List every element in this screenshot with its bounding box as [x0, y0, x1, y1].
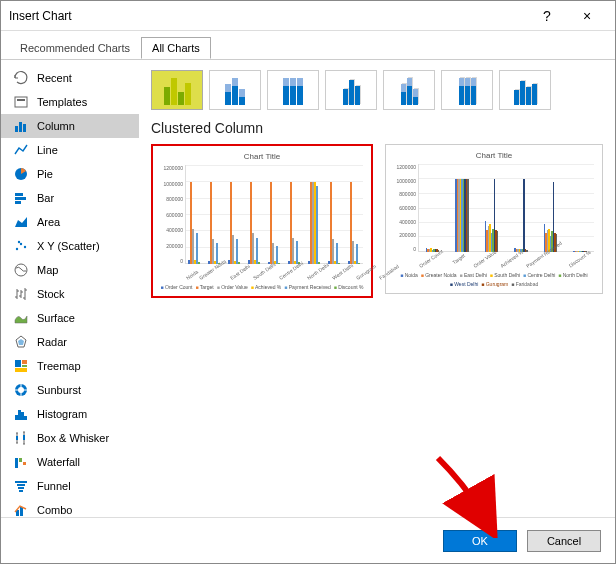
cancel-button[interactable]: Cancel: [527, 530, 601, 552]
svg-rect-28: [23, 462, 26, 465]
svg-rect-4: [23, 124, 26, 132]
sidebar-item-label: Treemap: [37, 360, 81, 372]
svg-rect-1: [17, 99, 25, 101]
sidebar-item-label: Column: [37, 120, 75, 132]
templates-icon: [13, 94, 29, 110]
sidebar-item-histogram[interactable]: Histogram: [1, 402, 139, 426]
sidebar-item-recent[interactable]: Recent: [1, 66, 139, 90]
svg-rect-31: [18, 487, 24, 489]
subtype-100-stacked-column[interactable]: [267, 70, 319, 110]
waterfall-icon: [13, 454, 29, 470]
sidebar-item-pie[interactable]: Pie: [1, 162, 139, 186]
subtype-clustered-column[interactable]: [151, 70, 203, 110]
sidebar-item-stock[interactable]: Stock: [1, 282, 139, 306]
sidebar-item-label: Box & Whisker: [37, 432, 109, 444]
subtype-3d-column[interactable]: [499, 70, 551, 110]
svg-rect-29: [15, 481, 27, 483]
scatter-icon: [13, 238, 29, 254]
svg-rect-7: [15, 197, 26, 200]
sidebar-item-boxwhisker[interactable]: Box & Whisker: [1, 426, 139, 450]
svg-rect-25: [23, 435, 25, 440]
recent-icon: [13, 70, 29, 86]
sidebar-item-map[interactable]: Map: [1, 258, 139, 282]
sidebar-item-waterfall[interactable]: Waterfall: [1, 450, 139, 474]
sidebar-item-templates[interactable]: Templates: [1, 90, 139, 114]
y-ticks: 120000010000008000006000004000002000000: [157, 165, 183, 264]
column-icon: [13, 118, 29, 134]
sidebar-item-label: Stock: [37, 288, 65, 300]
combo-icon: [13, 502, 29, 517]
svg-rect-21: [18, 410, 21, 420]
tab-strip: Recommended Charts All Charts: [1, 31, 615, 59]
area-icon: [13, 214, 29, 230]
help-button[interactable]: ?: [527, 8, 567, 24]
sidebar-item-area[interactable]: Area: [1, 210, 139, 234]
subtype-heading: Clustered Column: [151, 120, 603, 136]
sidebar-item-treemap[interactable]: Treemap: [1, 354, 139, 378]
stock-icon: [13, 286, 29, 302]
insert-chart-dialog: Insert Chart ? × Recommended Charts All …: [0, 0, 616, 564]
treemap-icon: [13, 358, 29, 374]
sidebar-item-surface[interactable]: Surface: [1, 306, 139, 330]
svg-point-11: [24, 246, 26, 248]
sidebar-item-label: X Y (Scatter): [37, 240, 100, 252]
sidebar-item-bar[interactable]: Bar: [1, 186, 139, 210]
svg-rect-2: [15, 126, 18, 132]
sidebar-item-label: Recent: [37, 72, 72, 84]
sidebar-item-line[interactable]: Line: [1, 138, 139, 162]
sidebar-item-label: Area: [37, 216, 60, 228]
preview-legend: Order CountTargetOrder ValueAchieved %Pa…: [161, 284, 364, 290]
subtype-3d-100-stacked-column[interactable]: [441, 70, 493, 110]
sidebar-item-column[interactable]: Column: [1, 114, 139, 138]
chart-type-sidebar: Recent Templates Column Line Pie Bar Are…: [1, 60, 139, 517]
subtype-stacked-column[interactable]: [209, 70, 261, 110]
title-bar: Insert Chart ? ×: [1, 1, 615, 31]
svg-point-13: [15, 264, 27, 276]
previews: Chart Title 1200000100000080000060000040…: [151, 144, 603, 298]
subtype-row: [151, 70, 603, 110]
svg-rect-24: [16, 436, 18, 440]
svg-rect-34: [20, 507, 23, 516]
sidebar-item-label: Sunburst: [37, 384, 81, 396]
surface-icon: [13, 310, 29, 326]
svg-point-12: [18, 241, 20, 243]
sidebar-item-sunburst[interactable]: Sunburst: [1, 378, 139, 402]
box-whisker-icon: [13, 430, 29, 446]
histogram-icon: [13, 406, 29, 422]
svg-rect-30: [17, 484, 25, 486]
sidebar-item-label: Radar: [37, 336, 67, 348]
sidebar-item-funnel[interactable]: Funnel: [1, 474, 139, 498]
footer: OK Cancel: [1, 517, 615, 563]
bar-icon: [13, 190, 29, 206]
sidebar-item-label: Combo: [37, 504, 72, 516]
line-icon: [13, 142, 29, 158]
close-button[interactable]: ×: [567, 8, 607, 24]
svg-rect-17: [15, 368, 27, 372]
tab-all-charts[interactable]: All Charts: [141, 37, 211, 59]
preview-2[interactable]: Chart Title 1200000100000080000060000040…: [385, 144, 603, 294]
subtype-3d-stacked-column[interactable]: [383, 70, 435, 110]
svg-rect-20: [15, 415, 18, 420]
preview-1[interactable]: Chart Title 1200000100000080000060000040…: [151, 144, 373, 298]
sidebar-item-label: Line: [37, 144, 58, 156]
svg-rect-26: [15, 458, 18, 468]
pie-icon: [13, 166, 29, 182]
sidebar-item-scatter[interactable]: X Y (Scatter): [1, 234, 139, 258]
ok-button[interactable]: OK: [443, 530, 517, 552]
sidebar-item-label: Pie: [37, 168, 53, 180]
preview-title: Chart Title: [476, 151, 512, 160]
sidebar-item-radar[interactable]: Radar: [1, 330, 139, 354]
svg-point-10: [20, 243, 22, 245]
svg-rect-0: [15, 97, 27, 107]
sidebar-item-combo[interactable]: Combo: [1, 498, 139, 517]
radar-icon: [13, 334, 29, 350]
sidebar-item-label: Histogram: [37, 408, 87, 420]
subtype-3d-clustered-column[interactable]: [325, 70, 377, 110]
tab-recommended[interactable]: Recommended Charts: [9, 37, 141, 59]
preview-title: Chart Title: [244, 152, 280, 161]
svg-rect-14: [15, 360, 21, 367]
sidebar-item-label: Surface: [37, 312, 75, 324]
svg-rect-3: [19, 122, 22, 132]
sidebar-item-label: Map: [37, 264, 58, 276]
sunburst-icon: [13, 382, 29, 398]
